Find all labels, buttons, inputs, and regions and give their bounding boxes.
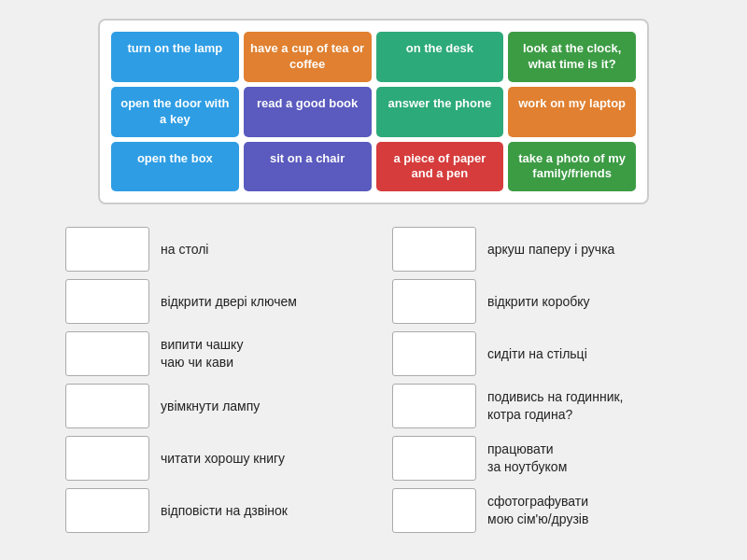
card-c9[interactable]: open the box xyxy=(111,142,239,192)
match-row-ml4: увімкнути лампу xyxy=(65,384,355,428)
match-row-mr1: аркуш паперу і ручка xyxy=(392,227,682,272)
match-row-mr3: сидіти на стільці xyxy=(392,331,682,376)
card-c8[interactable]: work on my laptop xyxy=(508,87,636,137)
card-c12[interactable]: take a photo of my family/friends xyxy=(508,142,636,192)
match-row-mr2: відкрити коробку xyxy=(392,279,682,324)
match-box-ml2[interactable] xyxy=(65,279,149,324)
match-label-mr6: сфотографувати мою сім'ю/друзів xyxy=(487,493,588,529)
match-box-mr2[interactable] xyxy=(392,279,476,324)
match-label-ml4: увімкнути лампу xyxy=(161,398,260,416)
match-label-mr5: працювати за ноутбуком xyxy=(487,441,567,477)
card-c10[interactable]: sit on a chair xyxy=(244,142,372,192)
match-label-ml3: випити чашку чаю чи кави xyxy=(161,336,243,372)
match-label-ml6: відповісти на дзвінок xyxy=(161,502,288,521)
match-row-mr5: працювати за ноутбуком xyxy=(392,436,682,481)
match-row-ml5: читати хорошу книгу xyxy=(65,436,355,481)
match-box-mr3[interactable] xyxy=(392,331,476,376)
card-c1[interactable]: turn on the lamp xyxy=(111,32,239,82)
match-label-ml1: на столі xyxy=(161,241,208,259)
match-box-ml6[interactable] xyxy=(65,488,149,533)
card-c4[interactable]: look at the clock, what time is it? xyxy=(508,32,636,82)
match-row-mr4: подивись на годинник, котра година? xyxy=(392,384,682,428)
match-row-ml6: відповісти на дзвінок xyxy=(65,488,355,533)
card-c6[interactable]: read a good book xyxy=(244,87,372,137)
match-label-mr3: сидіти на стільці xyxy=(487,345,587,364)
match-section: на столівідкрити двері ключемвипити чашк… xyxy=(47,227,700,533)
card-c3[interactable]: on the desk xyxy=(376,32,504,82)
card-grid-container: turn on the lamphave a cup of tea or cof… xyxy=(98,19,649,204)
match-box-mr6[interactable] xyxy=(392,488,476,533)
card-c5[interactable]: open the door with a key xyxy=(111,87,239,137)
card-c11[interactable]: a piece of paper and a pen xyxy=(376,142,504,192)
match-box-ml3[interactable] xyxy=(65,331,149,376)
match-column-right: аркуш паперу і ручкавідкрити коробкусиді… xyxy=(392,227,682,533)
match-column-left: на столівідкрити двері ключемвипити чашк… xyxy=(65,227,355,533)
match-row-ml3: випити чашку чаю чи кави xyxy=(65,331,355,376)
match-box-mr4[interactable] xyxy=(392,384,476,428)
match-row-ml2: відкрити двері ключем xyxy=(65,279,355,324)
match-label-mr1: аркуш паперу і ручка xyxy=(487,241,614,259)
match-box-ml5[interactable] xyxy=(65,436,149,481)
card-grid: turn on the lamphave a cup of tea or cof… xyxy=(111,32,636,191)
match-box-ml1[interactable] xyxy=(65,227,149,272)
match-box-mr1[interactable] xyxy=(392,227,476,272)
match-label-ml2: відкрити двері ключем xyxy=(161,293,297,312)
match-label-mr2: відкрити коробку xyxy=(487,293,590,312)
card-c7[interactable]: answer the phone xyxy=(376,87,504,137)
match-row-mr6: сфотографувати мою сім'ю/друзів xyxy=(392,488,682,533)
match-label-ml5: читати хорошу книгу xyxy=(161,450,285,469)
match-row-ml1: на столі xyxy=(65,227,355,272)
match-label-mr4: подивись на годинник, котра година? xyxy=(487,388,623,425)
card-c2[interactable]: have a cup of tea or coffee xyxy=(244,32,372,82)
match-box-mr5[interactable] xyxy=(392,436,476,481)
match-box-ml4[interactable] xyxy=(65,384,149,428)
